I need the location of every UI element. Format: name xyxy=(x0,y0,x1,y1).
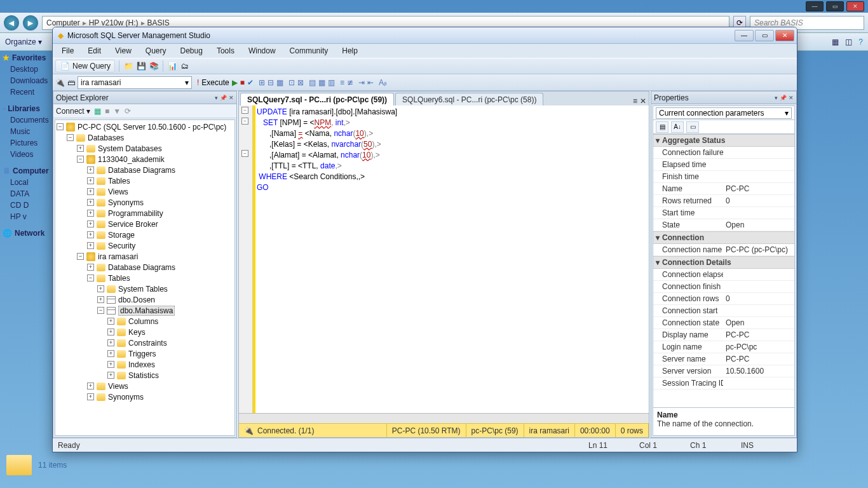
new-query-button[interactable]: 📄 New Query xyxy=(55,60,115,72)
table-dosen[interactable]: dbo.Dosen xyxy=(118,295,155,304)
specify-values-icon[interactable]: Aᵦ xyxy=(379,78,387,87)
db2-tables[interactable]: Tables xyxy=(108,274,130,283)
uncomment-icon[interactable]: ≢ xyxy=(347,78,353,87)
explorer-maximize[interactable]: ▭ xyxy=(826,1,844,11)
props-alpha-icon[interactable]: A↓ xyxy=(671,121,684,133)
mhs-keys[interactable]: Keys xyxy=(128,328,146,337)
props-close-icon[interactable]: ✕ xyxy=(789,95,794,101)
db2-synonyms[interactable]: Synonyms xyxy=(108,393,144,402)
panel-dropdown-icon[interactable]: ▾ xyxy=(215,95,218,101)
sysdb-node[interactable]: System Databases xyxy=(98,144,162,153)
comment-icon[interactable]: ≡ xyxy=(340,78,344,87)
nav-network[interactable]: Network xyxy=(15,229,44,238)
props-pages-icon[interactable]: ▭ xyxy=(686,121,699,133)
props-dropdown-icon[interactable]: ▾ xyxy=(775,95,778,101)
editor-hscrollbar[interactable] xyxy=(239,413,649,423)
debug-play-icon[interactable]: ▶ xyxy=(232,78,238,87)
object-explorer-tree[interactable]: −PC-PC (SQL Server 10.50.1600 - pc-PC\pc… xyxy=(55,119,235,436)
view-icon[interactable]: ▦ xyxy=(832,37,839,46)
execute-button[interactable]: Execute xyxy=(201,78,229,87)
nav-downloads[interactable]: Downloads xyxy=(10,76,48,85)
cat-connection[interactable]: Connection xyxy=(662,233,704,242)
nav-pictures[interactable]: Pictures xyxy=(10,139,37,147)
breadcrumb-folder[interactable]: BASIS xyxy=(147,18,170,27)
database-combo[interactable]: ira ramasari ▾ xyxy=(78,76,192,89)
outdent-icon[interactable]: ⇤ xyxy=(367,78,374,87)
registered-servers-icon[interactable]: 🗂 xyxy=(180,61,190,71)
panel-pin-icon[interactable]: 📌 xyxy=(220,95,227,101)
properties-grid[interactable]: ▾Aggregate Status Connection failure Ela… xyxy=(653,134,794,407)
explorer-close[interactable]: ✕ xyxy=(846,1,864,11)
nav-computer[interactable]: Computer xyxy=(13,166,49,175)
open-file-icon[interactable]: 📁 xyxy=(123,61,133,71)
query-options-icon[interactable]: ⊟ xyxy=(268,78,274,87)
change-connection-icon[interactable]: 🔌 xyxy=(55,78,65,87)
outline-collapse-2[interactable]: − xyxy=(241,118,248,125)
oe-refresh-icon[interactable]: ⟳ xyxy=(125,107,131,116)
mhs-indexes[interactable]: Indexes xyxy=(128,360,155,369)
nav-libraries[interactable]: Libraries xyxy=(8,104,40,113)
save-all-icon[interactable]: 📚 xyxy=(149,61,159,71)
oe-stop-icon[interactable]: ■ xyxy=(105,107,109,116)
breadcrumb-drive[interactable]: HP v210w (H:) xyxy=(89,18,139,27)
menu-help[interactable]: Help xyxy=(336,45,364,57)
estimated-plan-icon[interactable]: ⊞ xyxy=(259,78,265,87)
menu-edit[interactable]: Edit xyxy=(81,45,107,57)
db1-synonyms[interactable]: Synonyms xyxy=(108,198,144,207)
activity-monitor-icon[interactable]: 📊 xyxy=(167,61,177,71)
menu-tools[interactable]: Tools xyxy=(210,45,241,57)
mhs-triggers[interactable]: Triggers xyxy=(128,349,156,358)
tab-list-icon[interactable]: ≡ xyxy=(633,97,637,105)
server-node[interactable]: PC-PC (SQL Server 10.50.1600 - pc-PC\pc) xyxy=(78,123,226,132)
system-tables[interactable]: System Tables xyxy=(118,285,168,294)
props-pin-icon[interactable]: 📌 xyxy=(780,95,787,101)
nav-videos[interactable]: Videos xyxy=(10,150,33,159)
menu-community[interactable]: Community xyxy=(283,45,335,57)
results-file-icon[interactable]: ▥ xyxy=(328,78,335,87)
mhs-statistics[interactable]: Statistics xyxy=(128,371,159,380)
ssms-minimize-button[interactable]: — xyxy=(735,30,754,41)
tab-query7[interactable]: SQLQuery7.sql - PC...ri (pc-PC\pc (59)) xyxy=(240,93,394,105)
include-plan-icon[interactable]: ⊡ xyxy=(288,78,295,87)
tab-query6[interactable]: SQLQuery6.sql - PC...ri (pc-PC\pc (58)) xyxy=(395,93,543,105)
db-ira[interactable]: ira ramasari xyxy=(98,252,138,261)
db2-views[interactable]: Views xyxy=(108,382,128,391)
nav-recent[interactable]: Recent xyxy=(10,88,34,97)
ssms-close-button[interactable]: ✕ xyxy=(775,30,794,41)
db-akademik[interactable]: 1133040_akademik xyxy=(98,155,165,164)
menu-file[interactable]: File xyxy=(55,45,80,57)
nav-local[interactable]: Local xyxy=(10,178,29,187)
nav-forward-button[interactable]: ► xyxy=(23,15,38,30)
explorer-minimize[interactable]: — xyxy=(806,1,824,11)
indent-icon[interactable]: ⇥ xyxy=(358,78,365,87)
oe-disconnect-icon[interactable]: ▦ xyxy=(94,107,101,116)
databases-node[interactable]: Databases xyxy=(88,133,124,142)
db2-diagrams[interactable]: Database Diagrams xyxy=(108,263,175,272)
nav-music[interactable]: Music xyxy=(10,127,30,136)
menu-debug[interactable]: Debug xyxy=(174,45,209,57)
db1-diagrams[interactable]: Database Diagrams xyxy=(108,166,175,175)
cat-connection-details[interactable]: Connection Details xyxy=(662,258,731,267)
save-icon[interactable]: 💾 xyxy=(136,61,146,71)
db1-security[interactable]: Security xyxy=(108,241,135,250)
table-mahasiswa[interactable]: dbo.Mahasiswa xyxy=(118,306,175,316)
ssms-maximize-button[interactable]: ▭ xyxy=(755,30,774,41)
db1-storage[interactable]: Storage xyxy=(108,231,135,240)
cat-aggregate[interactable]: Aggregate Status xyxy=(662,136,725,145)
breadcrumb-computer[interactable]: Computer xyxy=(46,18,80,27)
mhs-constraints[interactable]: Constraints xyxy=(128,339,167,348)
db1-programmability[interactable]: Programmability xyxy=(108,209,163,218)
sql-editor[interactable]: − − − UPDATE [ira ramasari].[dbo].[Mahas… xyxy=(239,105,649,423)
organize-menu[interactable]: Organize ▾ xyxy=(5,37,42,46)
nav-desktop[interactable]: Desktop xyxy=(10,65,38,74)
help-icon[interactable]: ? xyxy=(858,37,863,46)
outline-collapse-3[interactable]: − xyxy=(241,150,248,157)
mhs-columns[interactable]: Columns xyxy=(128,317,158,326)
results-text-icon[interactable]: ▤ xyxy=(309,78,316,87)
db1-servicebroker[interactable]: Service Broker xyxy=(108,220,158,229)
props-categorized-icon[interactable]: ▤ xyxy=(656,121,668,133)
oe-filter-icon[interactable]: ▼ xyxy=(113,107,121,116)
results-grid-icon[interactable]: ▦ xyxy=(318,78,325,87)
nav-cd[interactable]: CD D xyxy=(10,201,29,210)
menu-query[interactable]: Query xyxy=(139,45,173,57)
